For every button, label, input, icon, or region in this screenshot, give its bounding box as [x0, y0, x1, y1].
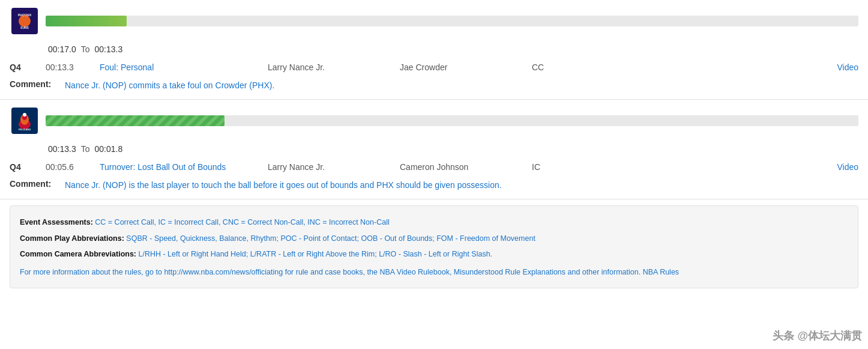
suns-logo: PHOENIX SUNS	[10, 6, 40, 36]
time-end-2: 00:01.8	[95, 144, 123, 154]
comment-text-1: Nance Jr. (NOP) commits a take foul on C…	[65, 79, 274, 92]
common-play-label: Common Play Abbreviations:	[20, 234, 124, 243]
time-row-2: 00:13.3 To 00:01.8	[0, 142, 868, 159]
quarter-1: Q4	[10, 62, 46, 72]
comment-label-1: Comment:	[10, 79, 58, 89]
svg-point-9	[23, 113, 26, 117]
comment-row-2: Comment: Nance Jr. (NOP) is the last pla…	[0, 175, 868, 199]
common-camera-text: L/RHH - Left or Right Hand Held; L/RATR …	[136, 250, 492, 258]
time-end-1: 00:13.3	[95, 44, 123, 54]
play-section-2: PELICANS 00:13.3 To 00:01.8 Q4 00:05.6 T…	[0, 100, 868, 199]
time-start-2: 00:13.3	[48, 144, 76, 154]
progress-bar-container-2	[46, 115, 858, 126]
common-play-text: SQBR - Speed, Quickness, Balance, Rhythm…	[124, 234, 535, 243]
play-section-1: PHOENIX SUNS 00:17.0 To 00:13.3 Q4 00:13…	[0, 0, 868, 100]
play-player1-2: Larry Nance Jr.	[268, 162, 400, 172]
quarter-2: Q4	[10, 162, 46, 172]
play-time-1: 00:13.3	[46, 62, 100, 72]
progress-bar-fill-2	[46, 115, 225, 126]
play-code-1: CC	[532, 62, 580, 72]
play-player2-1: Jae Crowder	[400, 62, 532, 72]
nba-rules-link[interactable]: NBA Rules	[643, 268, 679, 276]
common-camera-line: Common Camera Abbreviations: L/RHH - Lef…	[20, 247, 848, 261]
play-player2-2: Cameron Johnson	[400, 162, 532, 172]
time-to-1: To	[81, 44, 90, 54]
time-to-2: To	[81, 144, 90, 154]
progress-row-2: PELICANS	[0, 100, 868, 142]
svg-text:PELICANS: PELICANS	[19, 128, 31, 131]
more-info-text: For more information about the rules, go…	[20, 268, 640, 276]
time-start-1: 00:17.0	[48, 44, 76, 54]
play-row-2: Q4 00:05.6 Turnover: Lost Ball Out of Bo…	[0, 159, 868, 175]
progress-bar-fill-1	[46, 16, 127, 26]
play-row-1: Q4 00:13.3 Foul: Personal Larry Nance Jr…	[0, 59, 868, 76]
video-link-2[interactable]: Video	[837, 162, 858, 172]
play-event-1: Foul: Personal	[100, 62, 268, 72]
play-time-2: 00:05.6	[46, 162, 100, 172]
play-player1-1: Larry Nance Jr.	[268, 62, 400, 72]
play-code-2: IC	[532, 162, 580, 172]
comment-row-1: Comment: Nance Jr. (NOP) commits a take …	[0, 76, 868, 99]
common-camera-label: Common Camera Abbreviations:	[20, 250, 136, 258]
comment-label-2: Comment:	[10, 179, 58, 189]
play-video-1[interactable]: Video	[580, 62, 858, 72]
svg-text:SUNS: SUNS	[20, 26, 29, 29]
footer-legend: Event Assessments: CC = Correct Call, IC…	[10, 205, 858, 288]
event-assessments-label: Event Assessments:	[20, 218, 93, 226]
play-video-2[interactable]: Video	[580, 162, 858, 172]
comment-text-2: Nance Jr. (NOP) is the last player to to…	[65, 179, 502, 192]
progress-bar-container-1	[46, 16, 858, 26]
event-assessments-line: Event Assessments: CC = Correct Call, IC…	[20, 216, 848, 229]
video-link-1[interactable]: Video	[837, 62, 858, 72]
event-assessments-text: CC = Correct Call, IC = Incorrect Call, …	[93, 218, 390, 226]
more-info-line: For more information about the rules, go…	[20, 266, 848, 278]
play-event-2: Turnover: Lost Ball Out of Bounds	[100, 162, 268, 172]
progress-row-1: PHOENIX SUNS	[0, 0, 868, 42]
pelicans-logo: PELICANS	[10, 106, 40, 136]
common-play-line: Common Play Abbreviations: SQBR - Speed,…	[20, 232, 848, 246]
main-container: PHOENIX SUNS 00:17.0 To 00:13.3 Q4 00:13…	[0, 0, 868, 288]
time-row-1: 00:17.0 To 00:13.3	[0, 42, 868, 59]
